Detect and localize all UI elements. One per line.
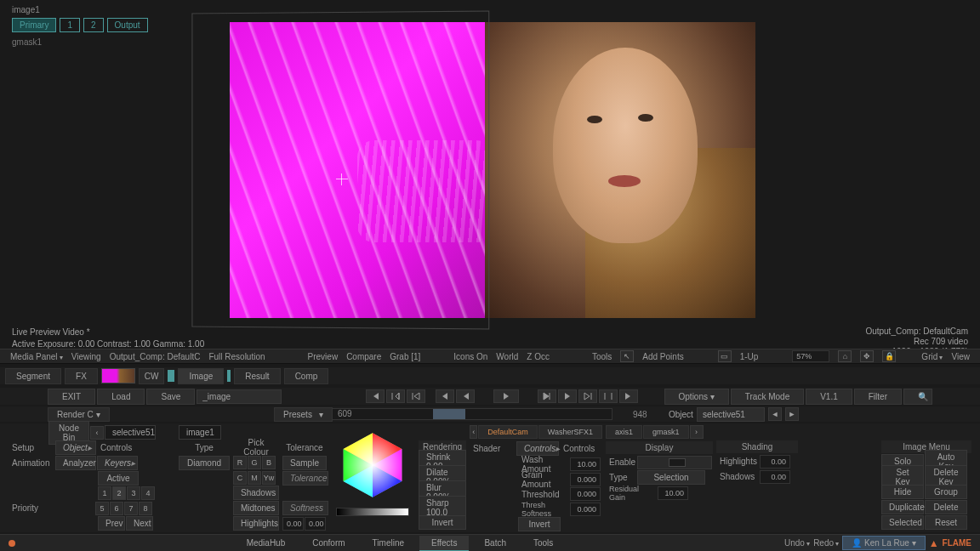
oneup-button[interactable]: 1-Up (740, 352, 759, 361)
slot-1[interactable]: 1 (98, 486, 111, 500)
undo-menu[interactable]: Undo (784, 538, 810, 548)
conform-tab[interactable]: Conform (300, 536, 356, 550)
active-toggle[interactable]: Active (98, 471, 139, 486)
tools-menu[interactable]: Tools (592, 352, 612, 361)
presets-menu[interactable]: Presets ▾ (274, 407, 333, 422)
play-button[interactable] (493, 389, 519, 403)
grab-button[interactable]: Grab [1] (390, 352, 420, 361)
redo-menu[interactable]: Redo (813, 538, 839, 548)
zoom-input[interactable] (792, 350, 829, 362)
world-toggle[interactable]: World (496, 352, 518, 361)
slot-2[interactable]: 2 (112, 486, 126, 500)
luminance-slider[interactable] (336, 508, 409, 516)
viewing-menu[interactable]: Viewing (71, 352, 101, 361)
shader-nav-right[interactable]: › (690, 425, 704, 439)
shader-nav-left[interactable]: ‹ (470, 425, 477, 439)
next-button[interactable]: Next (126, 516, 153, 531)
wash-value[interactable]: 10.00 (570, 457, 601, 471)
slot-4[interactable]: 4 (141, 486, 155, 500)
timeline-tab[interactable]: Timeline (361, 536, 416, 550)
shading-highlights-value[interactable]: 0.00 (760, 455, 790, 469)
sample-button[interactable]: Sample (282, 456, 327, 470)
slot-3[interactable]: 3 (127, 486, 140, 500)
highlights-button[interactable]: Highlights (233, 516, 279, 531)
icons-on-toggle[interactable]: Icons On (453, 352, 487, 361)
play-back-button[interactable] (456, 389, 475, 403)
tab-output[interactable]: Output (107, 18, 148, 32)
compare-button[interactable]: Compare (346, 352, 381, 361)
options-menu[interactable]: Options ▾ (664, 389, 729, 405)
washer-tab[interactable]: WasherSFX1 (538, 425, 602, 439)
effects-tab[interactable]: Effects (419, 536, 469, 551)
batch-tab[interactable]: Batch (472, 536, 518, 550)
reset-button[interactable]: Reset (925, 515, 967, 530)
softness-a[interactable]: 0.00 (282, 517, 304, 531)
view-menu[interactable]: View (952, 352, 971, 361)
shading-shadows-value[interactable]: 0.00 (760, 470, 790, 484)
grid-menu[interactable]: Grid (921, 352, 943, 361)
home-icon[interactable]: ⌂ (838, 350, 852, 362)
goto-out-button[interactable] (578, 389, 597, 403)
exit-button[interactable]: EXIT (48, 389, 95, 405)
tab-2[interactable]: 2 (83, 18, 104, 32)
tab-primary[interactable]: Primary (12, 18, 56, 32)
prev-button[interactable]: Prev (98, 516, 125, 531)
softness-b[interactable]: 0.00 (305, 517, 326, 531)
enable-toggle[interactable] (637, 456, 712, 469)
comp-tab[interactable]: Comp (284, 368, 329, 384)
zocc-toggle[interactable]: Z Occ (527, 352, 550, 361)
track-mode-button[interactable]: Track Mode (731, 389, 804, 405)
thresh-soft-value[interactable]: 0.000 (570, 503, 601, 516)
slot-8[interactable]: 8 (139, 502, 152, 515)
selected-button[interactable]: Selected (881, 515, 924, 530)
play-forward-button[interactable] (538, 389, 556, 403)
group-button[interactable]: Group (925, 485, 967, 499)
channel-r[interactable]: R (233, 456, 247, 469)
tab-1[interactable]: 1 (60, 18, 80, 32)
step-forward-button[interactable] (558, 389, 577, 403)
object-menu[interactable]: Object▸ (55, 440, 96, 455)
fit-icon[interactable]: ✥ (860, 350, 874, 362)
channel-c[interactable]: C (233, 471, 247, 485)
shader-invert-button[interactable]: Invert (518, 517, 561, 531)
output-comp-menu[interactable]: Output_Comp: DefaultC (110, 352, 201, 361)
save-button[interactable]: Save (146, 389, 195, 405)
user-chip[interactable]: 👤 Ken La Rue ▾ (842, 536, 925, 550)
delete-button[interactable]: Delete (925, 500, 967, 514)
add-points-button[interactable]: Add Points (642, 352, 683, 361)
channel-yw[interactable]: Yw (262, 471, 276, 485)
shadows-button[interactable]: Shadows (233, 486, 279, 500)
result-tab[interactable]: Result (234, 368, 280, 384)
setup-name-input[interactable] (197, 389, 282, 404)
full-resolution-toggle[interactable]: Full Resolution (208, 352, 265, 361)
hide-button[interactable]: Hide (881, 485, 924, 499)
analyzer-button[interactable]: Analyzer (55, 456, 96, 470)
resgain-value[interactable]: 10.00 (658, 486, 688, 500)
search-icon[interactable]: 🔍 (903, 389, 932, 405)
grain-value[interactable]: 0.000 (570, 473, 601, 486)
duplicate-button[interactable]: Duplicate (881, 500, 924, 514)
color-hexagon[interactable] (336, 429, 409, 502)
goto-end-button[interactable] (619, 389, 638, 403)
object-next-button[interactable]: ► (785, 407, 799, 421)
axis-tab[interactable]: axis1 (606, 425, 642, 439)
media-panel-menu[interactable]: Media Panel (10, 352, 63, 361)
object-prev-button[interactable]: ◄ (768, 407, 782, 421)
clip-thumbnail[interactable] (101, 368, 135, 383)
viewport[interactable] (230, 22, 755, 318)
slot-5[interactable]: 5 (95, 502, 109, 515)
channel-m[interactable]: M (248, 471, 261, 485)
invert-button[interactable]: Invert (419, 515, 466, 530)
nodebin-left-button[interactable]: ‹ (90, 426, 104, 440)
object-name-input[interactable] (697, 407, 765, 422)
cursor-icon[interactable]: ↖ (620, 350, 634, 362)
type-diamond[interactable]: Diamond (179, 456, 230, 470)
gmask-tab[interactable]: gmask1 (643, 425, 689, 439)
goto-start-button[interactable] (366, 389, 385, 403)
tools-tab[interactable]: Tools (521, 536, 565, 550)
threshold-value[interactable]: 0.000 (570, 487, 601, 501)
preview-button[interactable]: Preview (308, 352, 339, 361)
slot-6[interactable]: 6 (110, 502, 123, 515)
softness-mode[interactable]: Softness (282, 501, 328, 515)
timeline-track[interactable]: 609 (332, 408, 612, 420)
